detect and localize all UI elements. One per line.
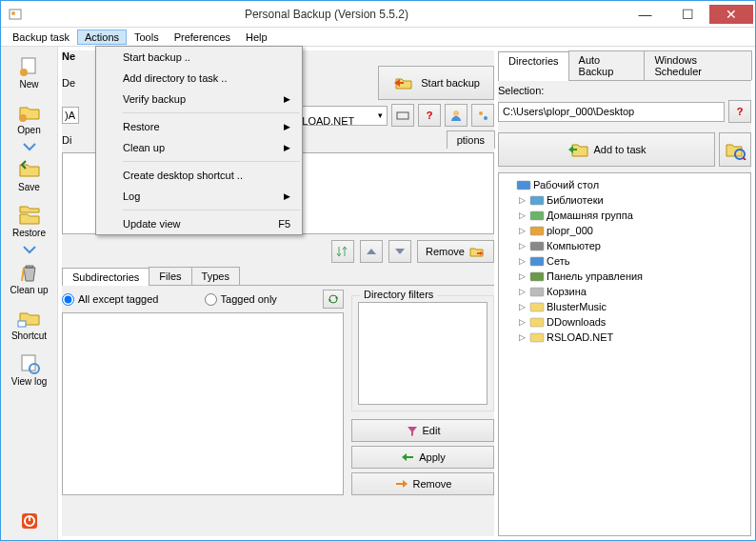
directory-tree[interactable]: Рабочий стол▷Библиотеки▷Домашняя группа▷… [498, 172, 751, 536]
types-tab[interactable]: Types [191, 267, 240, 285]
help-button[interactable]: ? [418, 104, 441, 127]
dd-start-backup[interactable]: Start backup .. [96, 47, 302, 68]
arrow-left-icon [400, 452, 415, 462]
svg-rect-11 [397, 112, 408, 119]
tree-item[interactable]: ▷Библиотеки [503, 192, 746, 208]
svg-rect-22 [530, 257, 544, 266]
expand-icon[interactable]: ▷ [516, 241, 527, 250]
dd-restore[interactable]: Restore▶ [96, 116, 302, 137]
tree-item[interactable]: Рабочий стол [503, 177, 746, 192]
radio-all-except[interactable]: All except tagged [62, 293, 158, 306]
truncated-label: )A [62, 107, 79, 124]
svg-rect-18 [530, 196, 544, 205]
menu-preferences[interactable]: Preferences [167, 30, 238, 45]
tree-item[interactable]: ▷RSLOAD.NET [503, 330, 746, 345]
path-input[interactable] [498, 102, 725, 122]
expand-icon[interactable]: ▷ [516, 332, 527, 342]
side-save[interactable]: Save [4, 153, 55, 197]
tree-item[interactable]: ▷Панель управления [503, 269, 746, 284]
tree-item[interactable]: ▷Компьютер [503, 238, 746, 253]
sort-button[interactable] [331, 240, 354, 263]
menu-tools[interactable]: Tools [127, 30, 167, 45]
tree-item[interactable]: ▷plopr_000 [503, 223, 746, 238]
subdirs-list[interactable] [62, 312, 344, 495]
files-tab[interactable]: Files [149, 267, 191, 285]
apply-filter-button[interactable]: Apply [351, 446, 494, 469]
edit-filter-button[interactable]: Edit [351, 419, 494, 442]
power-icon [16, 511, 43, 532]
down-button[interactable] [388, 240, 411, 263]
tree-item[interactable]: ▷BlusterMusic [503, 299, 746, 314]
expand-icon[interactable]: ▷ [516, 317, 527, 327]
refresh-button[interactable] [323, 290, 344, 309]
truncated-label: Ne [62, 50, 79, 62]
expand-icon[interactable]: ▷ [516, 287, 527, 296]
menu-help[interactable]: Help [238, 30, 275, 45]
home-icon [529, 209, 545, 222]
svg-point-14 [484, 116, 487, 120]
menubar: Backup task Actions Tools Preferences He… [1, 28, 755, 47]
new-icon [16, 56, 43, 77]
minimize-button[interactable]: — [624, 5, 666, 24]
titlebar: Personal Backup (Version 5.5.2) — ☐ ✕ [1, 1, 755, 28]
side-new[interactable]: New [4, 50, 55, 94]
dd-update-view[interactable]: Update viewF5 [96, 213, 302, 234]
maximize-button[interactable]: ☐ [666, 5, 709, 24]
directories-tab[interactable]: Directories [498, 51, 569, 81]
win-scheduler-tab[interactable]: Windows Scheduler [644, 50, 752, 80]
svg-rect-6 [22, 355, 35, 371]
tree-item[interactable]: ▷DDownloads [503, 314, 746, 330]
options-tab[interactable]: ptions [447, 130, 495, 149]
app-icon [9, 7, 24, 22]
side-viewlog[interactable]: View log [4, 348, 55, 391]
auto-backup-tab[interactable]: Auto Backup [568, 50, 646, 80]
filters-list[interactable] [358, 302, 487, 405]
dd-verify-backup[interactable]: Verify backup▶ [96, 89, 302, 110]
add-to-task-button[interactable]: Add to task [498, 132, 715, 167]
side-shortcut[interactable]: Shortcut [4, 302, 55, 346]
svg-rect-20 [530, 227, 544, 235]
side-restore[interactable]: Restore [4, 199, 55, 243]
menu-backup-task[interactable]: Backup task [5, 30, 77, 45]
window-title: Personal Backup (Version 5.5.2) [30, 8, 624, 21]
down-arrow-icon [20, 245, 39, 254]
svg-point-12 [453, 110, 459, 116]
tree-item[interactable]: ▷Домашняя группа [503, 208, 746, 223]
user-icon [529, 224, 545, 237]
viewlog-icon [16, 353, 43, 374]
start-backup-button[interactable]: Start backup [378, 66, 494, 100]
remove-filter-button[interactable]: Remove [351, 472, 494, 495]
user-button[interactable] [445, 104, 468, 127]
up-button[interactable] [360, 240, 383, 263]
subdirectories-tab[interactable]: Subdirectories [62, 268, 149, 286]
dd-add-directory[interactable]: Add directory to task .. [96, 68, 302, 89]
dd-shortcut[interactable]: Create desktop shortcut .. [96, 165, 302, 186]
svg-rect-25 [530, 303, 544, 311]
svg-rect-5 [18, 321, 26, 327]
side-cleanup[interactable]: Clean up [4, 256, 55, 300]
panel-icon [529, 270, 545, 283]
radio-tagged-only[interactable]: Tagged only [205, 293, 277, 306]
expand-icon[interactable]: ▷ [516, 226, 527, 235]
funnel-icon [406, 425, 419, 436]
menu-actions[interactable]: Actions [77, 30, 127, 45]
tree-item[interactable]: ▷Сеть [503, 253, 746, 269]
dd-cleanup[interactable]: Clean up▶ [96, 137, 302, 158]
tree-item[interactable]: ▷Корзина [503, 284, 746, 299]
help-button[interactable]: ? [728, 100, 751, 123]
remove-dir-button[interactable]: Remove [417, 240, 494, 263]
svg-rect-26 [530, 318, 544, 327]
close-button[interactable]: ✕ [709, 5, 753, 24]
settings-button[interactable] [471, 104, 494, 127]
toolbar-button[interactable] [391, 104, 414, 127]
expand-icon[interactable]: ▷ [516, 256, 527, 266]
expand-icon[interactable]: ▷ [516, 271, 527, 281]
expand-icon[interactable]: ▷ [516, 210, 527, 220]
side-power[interactable] [4, 508, 55, 536]
browse-button[interactable] [719, 132, 751, 167]
dd-log[interactable]: Log▶ [96, 186, 302, 207]
expand-icon[interactable]: ▷ [516, 302, 527, 311]
side-open[interactable]: Open [4, 96, 55, 140]
svg-rect-0 [10, 10, 21, 19]
expand-icon[interactable]: ▷ [516, 195, 527, 205]
